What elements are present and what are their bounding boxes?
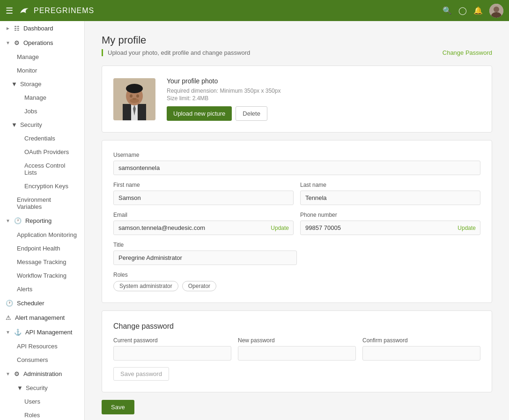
phone-input[interactable]	[300, 221, 480, 235]
phone-label: Phone number	[300, 212, 480, 218]
photo-buttons: Upload new picture Delete	[167, 106, 280, 121]
chevron-down-icon: ▼	[6, 40, 10, 45]
name-row: First name Last name	[113, 182, 480, 205]
confirm-pw-label: Confirm password	[362, 337, 480, 344]
phone-group: Phone number Update	[300, 212, 480, 235]
page-title: My profile	[102, 34, 492, 46]
username-input[interactable]	[113, 161, 480, 175]
main-content: My profile Upload your photo, edit profi…	[85, 21, 509, 420]
save-button[interactable]: Save	[102, 400, 134, 414]
title-input[interactable]	[113, 251, 297, 265]
phone-input-wrapper: Update	[300, 221, 480, 235]
title-label: Title	[113, 242, 480, 248]
photo-dimension-text: Required dimension: Minimum 350px x 350p…	[167, 88, 280, 94]
sidebar-item-api-resources[interactable]: API Resources	[0, 339, 84, 353]
lastname-input[interactable]	[300, 191, 480, 205]
username-group: Username	[113, 152, 480, 175]
user-avatar[interactable]	[489, 4, 503, 18]
admin-security-label: Security	[26, 384, 48, 391]
sidebar-item-storage[interactable]: ▼ Storage	[0, 77, 84, 91]
profile-photo	[113, 78, 155, 120]
sidebar-item-consumers[interactable]: Consumers	[0, 353, 84, 367]
current-pw-group: Current password	[113, 337, 231, 361]
current-pw-input[interactable]	[113, 346, 231, 361]
administration-icon: ⚙	[14, 370, 20, 377]
phone-update-link[interactable]: Update	[457, 225, 476, 231]
sidebar-item-oauth[interactable]: OAuth Providers	[0, 145, 84, 159]
profile-photo-frame	[113, 78, 155, 120]
sidebar-item-operations[interactable]: ▼ ⚙ Operations	[0, 36, 84, 50]
chevron-down-icon: ▼	[6, 330, 10, 335]
sidebar-item-endpoint-health[interactable]: Endpoint Health	[0, 242, 84, 255]
contact-row: Email Update Phone number Update	[113, 212, 480, 235]
lastname-group: Last name	[300, 182, 480, 205]
sidebar-item-api-management[interactable]: ▼ ⚓ API Management	[0, 325, 84, 339]
sidebar-item-storage-jobs[interactable]: Jobs	[0, 104, 84, 118]
password-grid: Current password New password Confirm pa…	[113, 337, 480, 361]
page-subtitle: Upload your photo, edit profile and chan…	[102, 49, 492, 56]
sidebar-item-scheduler[interactable]: 🕐 Scheduler	[0, 296, 84, 310]
search-icon[interactable]: 🔍	[443, 6, 452, 15]
email-input[interactable]	[113, 221, 294, 235]
sidebar-item-app-monitoring[interactable]: Application Monitoring	[0, 228, 84, 242]
chevron-down-icon: ▼	[11, 81, 17, 88]
dashboard-label: Dashboard	[23, 25, 53, 32]
firstname-group: First name	[113, 182, 294, 205]
logo: PEREGRINEMS	[18, 4, 94, 17]
api-management-label: API Management	[25, 329, 72, 336]
sidebar-item-reporting[interactable]: ▼ 🕐 Reporting	[0, 214, 84, 228]
sidebar-item-workflow-tracking[interactable]: Workflow Tracking	[0, 269, 84, 282]
topbar-right: 🔍 ◯ 🔔	[443, 4, 503, 18]
svg-point-10	[136, 94, 139, 97]
layout: ► ☷ Dashboard ▼ ⚙ Operations Manage Moni…	[0, 21, 509, 420]
sidebar-item-security[interactable]: ▼ Security	[0, 118, 84, 132]
change-password-title: Change password	[113, 322, 480, 331]
notification-icon[interactable]: 🔔	[473, 6, 483, 15]
change-password-link[interactable]: Change Password	[443, 49, 492, 56]
sidebar-item-operations-manage[interactable]: Manage	[0, 50, 84, 64]
logo-text: PEREGRINEMS	[34, 7, 94, 15]
confirm-pw-input[interactable]	[362, 346, 480, 361]
email-update-link[interactable]: Update	[271, 225, 289, 231]
save-password-button[interactable]: Save password	[113, 367, 169, 381]
photo-section: Your profile photo Required dimension: M…	[113, 77, 480, 121]
delete-picture-button[interactable]: Delete	[236, 106, 267, 121]
chevron-down-icon: ▼	[6, 218, 10, 223]
sidebar-item-credentials[interactable]: Credentials	[0, 132, 84, 145]
upload-picture-button[interactable]: Upload new picture	[167, 106, 232, 121]
photo-size-text: Size limit: 2.4MB	[167, 95, 280, 102]
administration-label: Administration	[23, 370, 62, 377]
photo-info: Your profile photo Required dimension: M…	[167, 77, 280, 121]
roles-label: Roles	[113, 272, 480, 278]
sidebar-item-encryption[interactable]: Encryption Keys	[0, 179, 84, 193]
sidebar-item-message-tracking[interactable]: Message Tracking	[0, 255, 84, 269]
api-icon: ⚓	[14, 329, 22, 336]
sidebar-item-alert-management[interactable]: ⚠ Alert management	[0, 310, 84, 325]
chevron-right-icon: ►	[6, 26, 10, 31]
chevron-down-icon: ▼	[11, 121, 17, 128]
sidebar-item-acl[interactable]: Access Control Lists	[0, 159, 84, 179]
sidebar-item-roles[interactable]: Roles	[0, 408, 84, 420]
svg-point-8	[126, 84, 143, 93]
sidebar-item-operations-monitor[interactable]: Monitor	[0, 64, 84, 77]
lastname-label: Last name	[300, 182, 480, 188]
help-icon[interactable]: ◯	[458, 6, 467, 15]
sidebar-item-users[interactable]: Users	[0, 395, 84, 408]
role-badge-sysadmin: System administrator	[113, 281, 178, 291]
firstname-input[interactable]	[113, 191, 294, 205]
security-label: Security	[20, 121, 42, 128]
svg-point-9	[130, 94, 133, 97]
sidebar-item-dashboard[interactable]: ► ☷ Dashboard	[0, 21, 84, 36]
svg-point-1	[494, 7, 499, 12]
sidebar-item-alerts[interactable]: Alerts	[0, 282, 84, 296]
menu-icon[interactable]: ☰	[6, 6, 13, 16]
role-badge-operator: Operator	[182, 281, 216, 291]
sidebar-item-storage-manage[interactable]: Manage	[0, 91, 84, 104]
new-pw-input[interactable]	[238, 346, 356, 361]
sidebar-item-administration[interactable]: ▼ ⚙ Administration	[0, 367, 84, 381]
topbar-left: ☰ PEREGRINEMS	[6, 4, 94, 17]
scheduler-icon: 🕐	[6, 300, 13, 307]
sidebar-item-env-variables[interactable]: Environment Variables	[0, 193, 84, 214]
save-section: Save	[102, 400, 492, 414]
sidebar-item-admin-security[interactable]: ▼ Security	[0, 381, 84, 395]
